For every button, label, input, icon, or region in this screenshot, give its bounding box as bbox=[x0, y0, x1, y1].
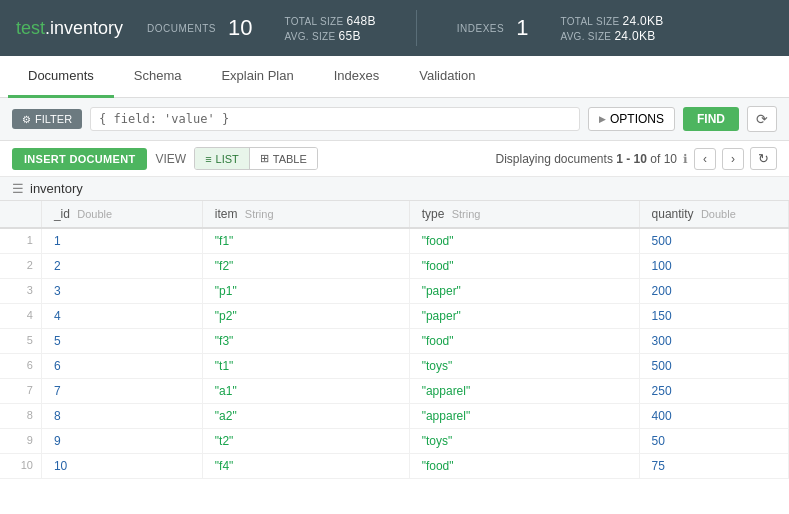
view-label: VIEW bbox=[155, 152, 186, 166]
id-cell: 4 bbox=[41, 304, 202, 329]
id-cell: 7 bbox=[41, 379, 202, 404]
displaying-text: Displaying documents 1 - 10 of 10 bbox=[495, 152, 677, 166]
type-cell: "paper" bbox=[409, 304, 639, 329]
documents-table-container: _id Double item String type String quant… bbox=[0, 201, 789, 498]
id-cell: 5 bbox=[41, 329, 202, 354]
row-number-header bbox=[0, 201, 41, 228]
query-toolbar: FILTER OPTIONS FIND ⟳ bbox=[0, 98, 789, 141]
options-button[interactable]: OPTIONS bbox=[588, 107, 675, 131]
item-cell: "a1" bbox=[202, 379, 409, 404]
tab-documents[interactable]: Documents bbox=[8, 56, 114, 98]
row-number: 6 bbox=[0, 354, 41, 379]
history-button[interactable]: ⟳ bbox=[747, 106, 777, 132]
type-cell: "toys" bbox=[409, 354, 639, 379]
row-number: 2 bbox=[0, 254, 41, 279]
row-number: 4 bbox=[0, 304, 41, 329]
collection-header: ☰ inventory bbox=[0, 177, 789, 201]
row-number: 10 bbox=[0, 454, 41, 479]
row-number: 9 bbox=[0, 429, 41, 454]
id-cell: 8 bbox=[41, 404, 202, 429]
insert-document-button[interactable]: INSERT DOCUMENT bbox=[12, 148, 147, 170]
id-cell: 9 bbox=[41, 429, 202, 454]
documents-table: _id Double item String type String quant… bbox=[0, 201, 789, 479]
filter-input[interactable] bbox=[90, 107, 580, 131]
db-test: test bbox=[16, 18, 45, 38]
indexes-size-stat: TOTAL SIZE 24.0KB AVG. SIZE 24.0KB bbox=[560, 14, 663, 43]
row-number: 3 bbox=[0, 279, 41, 304]
indexes-label: INDEXES bbox=[457, 23, 504, 34]
db-name: .inventory bbox=[45, 18, 123, 38]
tab-bar: Documents Schema Explain Plan Indexes Va… bbox=[0, 56, 789, 98]
indexes-total-label: TOTAL SIZE 24.0KB bbox=[560, 14, 663, 28]
quantity-cell: 500 bbox=[639, 354, 788, 379]
filter-button[interactable]: FILTER bbox=[12, 109, 82, 129]
list-view-button[interactable]: ≡ LIST bbox=[195, 148, 250, 169]
row-number: 8 bbox=[0, 404, 41, 429]
tab-explain-plan[interactable]: Explain Plan bbox=[201, 56, 313, 98]
type-cell: "apparel" bbox=[409, 404, 639, 429]
quantity-cell: 150 bbox=[639, 304, 788, 329]
table-row: 8 8 "a2" "apparel" 400 bbox=[0, 404, 789, 429]
type-cell: "food" bbox=[409, 228, 639, 254]
tab-validation[interactable]: Validation bbox=[399, 56, 495, 98]
quantity-cell: 200 bbox=[639, 279, 788, 304]
table-row: 7 7 "a1" "apparel" 250 bbox=[0, 379, 789, 404]
table-row: 4 4 "p2" "paper" 150 bbox=[0, 304, 789, 329]
item-cell: "t2" bbox=[202, 429, 409, 454]
item-cell: "p2" bbox=[202, 304, 409, 329]
documents-stat: DOCUMENTS 10 bbox=[147, 15, 252, 41]
action-right: Displaying documents 1 - 10 of 10 ℹ ‹ › … bbox=[495, 147, 777, 170]
id-cell: 10 bbox=[41, 454, 202, 479]
documents-size-stat: TOTAL SIZE 648B AVG. SIZE 65B bbox=[285, 14, 376, 43]
item-cell: "p1" bbox=[202, 279, 409, 304]
item-cell: "f4" bbox=[202, 454, 409, 479]
table-row: 1 1 "f1" "food" 500 bbox=[0, 228, 789, 254]
header-stats: DOCUMENTS 10 TOTAL SIZE 648B AVG. SIZE 6… bbox=[147, 10, 664, 46]
action-bar: INSERT DOCUMENT VIEW ≡ LIST ⊞ TABLE Disp… bbox=[0, 141, 789, 177]
type-cell: "food" bbox=[409, 329, 639, 354]
type-cell: "food" bbox=[409, 254, 639, 279]
item-cell: "f2" bbox=[202, 254, 409, 279]
header: test.inventory DOCUMENTS 10 TOTAL SIZE 6… bbox=[0, 0, 789, 56]
quantity-column-header: quantity Double bbox=[639, 201, 788, 228]
quantity-cell: 100 bbox=[639, 254, 788, 279]
avg-size-label: AVG. SIZE 65B bbox=[285, 29, 376, 43]
type-column-header: type String bbox=[409, 201, 639, 228]
documents-label: DOCUMENTS bbox=[147, 23, 216, 34]
id-cell: 1 bbox=[41, 228, 202, 254]
stat-divider bbox=[416, 10, 417, 46]
refresh-button[interactable]: ↻ bbox=[750, 147, 777, 170]
id-cell: 2 bbox=[41, 254, 202, 279]
find-button[interactable]: FIND bbox=[683, 107, 739, 131]
collection-icon: ☰ bbox=[12, 181, 24, 196]
id-column-header: _id Double bbox=[41, 201, 202, 228]
item-column-header: item String bbox=[202, 201, 409, 228]
row-number: 5 bbox=[0, 329, 41, 354]
id-cell: 3 bbox=[41, 279, 202, 304]
table-row: 2 2 "f2" "food" 100 bbox=[0, 254, 789, 279]
table-row: 3 3 "p1" "paper" 200 bbox=[0, 279, 789, 304]
indexes-stat: INDEXES 1 bbox=[457, 15, 529, 41]
quantity-cell: 300 bbox=[639, 329, 788, 354]
type-cell: "food" bbox=[409, 454, 639, 479]
tab-indexes[interactable]: Indexes bbox=[314, 56, 400, 98]
type-cell: "paper" bbox=[409, 279, 639, 304]
db-title: test.inventory bbox=[16, 18, 123, 39]
indexes-count: 1 bbox=[516, 15, 528, 41]
quantity-cell: 500 bbox=[639, 228, 788, 254]
type-cell: "apparel" bbox=[409, 379, 639, 404]
row-number: 1 bbox=[0, 228, 41, 254]
table-view-button[interactable]: ⊞ TABLE bbox=[250, 148, 317, 169]
quantity-cell: 50 bbox=[639, 429, 788, 454]
row-number: 7 bbox=[0, 379, 41, 404]
info-icon[interactable]: ℹ bbox=[683, 152, 688, 166]
item-cell: "t1" bbox=[202, 354, 409, 379]
quantity-cell: 75 bbox=[639, 454, 788, 479]
table-row: 10 10 "f4" "food" 75 bbox=[0, 454, 789, 479]
next-page-button[interactable]: › bbox=[722, 148, 744, 170]
tab-schema[interactable]: Schema bbox=[114, 56, 202, 98]
table-header: _id Double item String type String quant… bbox=[0, 201, 789, 228]
prev-page-button[interactable]: ‹ bbox=[694, 148, 716, 170]
quantity-cell: 400 bbox=[639, 404, 788, 429]
id-cell: 6 bbox=[41, 354, 202, 379]
